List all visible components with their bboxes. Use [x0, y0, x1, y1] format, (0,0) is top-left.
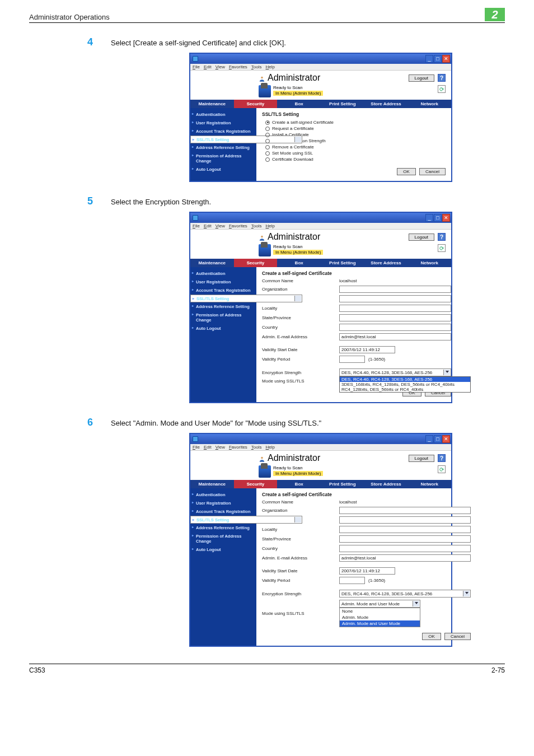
menu-item[interactable]: Favorites	[229, 445, 247, 450]
maximize-button[interactable]: □	[434, 55, 442, 63]
sidebar-item[interactable]: Address Reference Setting	[190, 524, 256, 532]
org-unit-input[interactable]	[339, 295, 451, 302]
tab-store-address[interactable]: Store Address	[364, 100, 408, 108]
state-input[interactable]	[339, 535, 471, 543]
menu-item[interactable]: Help	[266, 64, 275, 69]
sidebar-item[interactable]: Account Track Registration	[190, 127, 256, 136]
sidebar-item[interactable]: Authentication	[190, 269, 256, 278]
close-button[interactable]: ✕	[442, 435, 450, 443]
sidebar-item[interactable]: User Registration	[190, 119, 256, 127]
menu-item[interactable]: Favorites	[229, 64, 247, 69]
sidebar-item[interactable]: Address Reference Setting	[190, 302, 256, 311]
tab-box[interactable]: Box	[277, 480, 321, 488]
tab-security[interactable]: Security	[234, 100, 278, 108]
sidebar-item[interactable]: SSL/TLS Setting	[190, 295, 302, 302]
sidebar-item[interactable]: Permission of Address Change	[190, 532, 256, 545]
tab-security[interactable]: Security	[234, 259, 278, 267]
tab-maintenance[interactable]: Maintenance	[190, 480, 234, 488]
tab-store-address[interactable]: Store Address	[364, 259, 408, 267]
sidebar-item[interactable]: User Registration	[190, 499, 256, 507]
sidebar-item[interactable]: Authentication	[190, 110, 256, 119]
menu-item[interactable]: View	[216, 445, 225, 450]
select-option[interactable]: 3DES_168bits, RC4_128bits, DES_56bits or…	[340, 382, 470, 387]
sidebar-item[interactable]: Account Track Registration	[190, 507, 256, 516]
help-icon[interactable]: ?	[438, 454, 446, 462]
minimize-button[interactable]: _	[425, 55, 433, 63]
sidebar-item[interactable]: Account Track Registration	[190, 286, 256, 295]
email-input[interactable]: admin@test.local	[339, 333, 451, 340]
close-button[interactable]: ✕	[442, 55, 450, 63]
menu-item[interactable]: Tools	[251, 223, 262, 228]
validity-period-input[interactable]	[339, 356, 365, 363]
logout-button[interactable]: Logout	[409, 234, 434, 241]
organization-input[interactable]	[339, 286, 451, 293]
menu-item[interactable]: View	[216, 64, 225, 69]
tab-box[interactable]: Box	[277, 100, 321, 108]
sidebar-item[interactable]: Auto Logout	[190, 545, 256, 554]
ok-button[interactable]: OK	[422, 633, 441, 640]
country-input[interactable]	[339, 545, 471, 552]
menu-item[interactable]: File	[193, 64, 200, 69]
maximize-button[interactable]: □	[434, 214, 442, 222]
locality-input[interactable]	[339, 305, 451, 312]
minimize-button[interactable]: _	[425, 435, 433, 443]
locality-input[interactable]	[339, 526, 471, 533]
encryption-select[interactable]: DES, RC4-40, RC4-128, 3DES-168, AES-256	[339, 590, 471, 598]
tab-security[interactable]: Security	[234, 480, 278, 488]
menu-item[interactable]: Help	[266, 445, 275, 450]
refresh-icon[interactable]: ⟳	[438, 465, 446, 473]
sidebar-item[interactable]: Permission of Address Change	[190, 311, 256, 324]
org-unit-input[interactable]	[339, 516, 471, 524]
tab-box[interactable]: Box	[277, 259, 321, 267]
menu-item[interactable]: File	[193, 445, 200, 450]
ssl-mode-select[interactable]: Admin. Mode and User Mode	[339, 600, 420, 608]
menu-item[interactable]: Edit	[204, 223, 212, 228]
sidebar-item[interactable]: Address Reference Setting	[190, 143, 256, 152]
tab-network[interactable]: Network	[407, 259, 451, 267]
menu-item[interactable]: Tools	[251, 445, 262, 450]
select-option[interactable]: RC4_128bits, DES_56bits or RC4_40bits	[340, 387, 470, 392]
cancel-button[interactable]: Cancel	[419, 168, 446, 175]
sidebar-item[interactable]: SSL/TLS Setting	[190, 516, 302, 524]
logout-button[interactable]: Logout	[409, 455, 434, 462]
minimize-button[interactable]: _	[425, 214, 433, 222]
radio-option[interactable]: Remove a Certificate	[262, 144, 446, 150]
refresh-icon[interactable]: ⟳	[438, 244, 446, 252]
maximize-button[interactable]: □	[434, 435, 442, 443]
menu-item[interactable]: Help	[266, 223, 275, 228]
tab-print-setting[interactable]: Print Setting	[321, 100, 364, 108]
select-option[interactable]: DES, RC4-40, RC4-128, 3DES-168, AES-256	[340, 377, 470, 382]
validity-period-input[interactable]	[339, 577, 365, 584]
menu-item[interactable]: File	[193, 223, 200, 228]
tab-network[interactable]: Network	[407, 100, 451, 108]
radio-option[interactable]: Certificate Download	[262, 156, 446, 162]
encryption-select[interactable]: DES, RC4-40, RC4-128, 3DES-168, AES-256	[339, 368, 451, 376]
sidebar-item[interactable]: SSL/TLS Setting	[190, 136, 302, 143]
email-input[interactable]: admin@test.local	[339, 554, 471, 562]
tab-store-address[interactable]: Store Address	[364, 480, 408, 488]
help-icon[interactable]: ?	[438, 233, 446, 241]
start-date-input[interactable]: 2007/6/12 11:49:12	[339, 567, 395, 575]
menu-item[interactable]: Edit	[204, 445, 212, 450]
ok-button[interactable]: OK	[397, 168, 416, 175]
start-date-input[interactable]: 2007/6/12 11:49:12	[339, 346, 395, 353]
menu-item[interactable]: Tools	[251, 64, 262, 69]
refresh-icon[interactable]: ⟳	[438, 85, 446, 93]
menu-item[interactable]: Favorites	[229, 223, 247, 228]
tab-network[interactable]: Network	[407, 480, 451, 488]
tab-print-setting[interactable]: Print Setting	[321, 259, 364, 267]
sidebar-item[interactable]: User Registration	[190, 278, 256, 286]
organization-input[interactable]	[339, 507, 471, 514]
sidebar-item[interactable]: Auto Logout	[190, 324, 256, 333]
radio-option[interactable]: Set Mode using SSL	[262, 150, 446, 156]
tab-maintenance[interactable]: Maintenance	[190, 100, 234, 108]
state-input[interactable]	[339, 314, 451, 321]
tab-maintenance[interactable]: Maintenance	[190, 259, 234, 267]
menu-item[interactable]: Edit	[204, 64, 212, 69]
select-option[interactable]: None	[340, 608, 420, 614]
select-option[interactable]: Admin. Mode and User Mode	[340, 620, 420, 627]
help-icon[interactable]: ?	[438, 74, 446, 82]
country-input[interactable]	[339, 324, 451, 331]
select-option[interactable]: Admin. Mode	[340, 614, 420, 620]
menu-item[interactable]: View	[216, 223, 225, 228]
